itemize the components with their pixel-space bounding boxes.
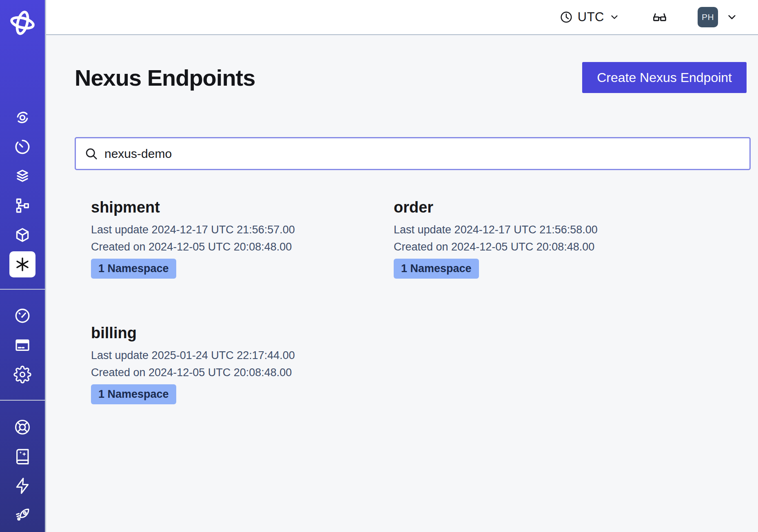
namespace-badge: 1 Namespace	[394, 259, 479, 279]
clock-icon	[559, 10, 573, 24]
search-box	[75, 137, 751, 170]
sidebar-nav-account	[9, 303, 35, 388]
sidebar-item-schedules[interactable]	[9, 134, 35, 160]
sidebar-item-settings[interactable]	[9, 361, 35, 388]
user-menu-toggle[interactable]	[725, 11, 738, 24]
content-area: Nexus Endpoints Create Nexus Endpoint sh…	[46, 35, 758, 532]
search-row	[75, 137, 751, 170]
endpoint-card[interactable]: order Last update 2024-12-17 UTC 21:56:5…	[394, 199, 598, 279]
timer-icon	[13, 138, 31, 156]
book-sparkle-icon	[13, 448, 31, 466]
endpoint-cards-grid: shipment Last update 2024-12-17 UTC 21:5…	[91, 199, 751, 404]
flowchart-icon	[13, 197, 31, 215]
spiral-icon	[13, 109, 31, 126]
endpoint-name: order	[394, 199, 598, 216]
sidebar-nav-primary	[9, 104, 35, 277]
timezone-label: UTC	[578, 10, 604, 24]
asterisk-icon	[13, 255, 31, 273]
sidebar-item-billing[interactable]	[9, 332, 35, 358]
lightning-icon	[13, 477, 31, 495]
page-header: Nexus Endpoints Create Nexus Endpoint	[75, 62, 751, 93]
sidebar-item-nexus[interactable]	[9, 251, 35, 277]
endpoint-created-on: Created on 2024-12-05 UTC 20:08:48.00	[394, 240, 598, 254]
sidebar-item-services[interactable]	[9, 222, 35, 248]
endpoint-last-update: Last update 2024-12-17 UTC 21:56:58.00	[394, 223, 598, 237]
sidebar-item-deployments[interactable]	[9, 193, 35, 219]
endpoint-name: shipment	[91, 199, 394, 216]
temporal-logo-icon	[9, 9, 36, 37]
sidebar-item-support[interactable]	[9, 414, 35, 440]
sidebar-divider	[0, 400, 46, 401]
endpoint-name: billing	[91, 324, 394, 342]
sidebar-item-docs[interactable]	[9, 443, 35, 470]
labs-toggle[interactable]	[652, 9, 667, 25]
sidebar	[0, 0, 46, 532]
credit-card-icon	[13, 336, 31, 354]
create-nexus-endpoint-button[interactable]: Create Nexus Endpoint	[582, 62, 747, 93]
sidebar-item-batch-operations[interactable]	[9, 163, 35, 189]
sidebar-nav-help	[9, 414, 35, 528]
endpoint-card[interactable]: shipment Last update 2024-12-17 UTC 21:5…	[91, 199, 394, 279]
gauge-icon	[13, 307, 31, 325]
user-initials: PH	[702, 12, 714, 22]
namespace-badge: 1 Namespace	[91, 384, 176, 404]
chevron-down-icon	[609, 11, 620, 23]
layers-icon	[13, 167, 31, 185]
main-column: UTC PH Nexus Endpoints Create Nexus	[46, 0, 758, 532]
lifebuoy-icon	[13, 418, 31, 436]
search-input[interactable]	[104, 147, 741, 161]
rocket-icon	[13, 506, 31, 524]
sidebar-item-workflows[interactable]	[9, 104, 35, 131]
sidebar-item-feedback[interactable]	[9, 473, 35, 499]
page-title: Nexus Endpoints	[75, 64, 255, 91]
endpoint-last-update: Last update 2025-01-24 UTC 22:17:44.00	[91, 348, 394, 362]
endpoint-created-on: Created on 2024-12-05 UTC 20:08:48.00	[91, 240, 394, 254]
sidebar-item-getting-started[interactable]	[9, 502, 35, 528]
topbar: UTC PH	[46, 0, 758, 35]
cube-icon	[13, 226, 31, 244]
search-icon	[84, 146, 99, 161]
chevron-down-icon	[725, 11, 738, 24]
user-avatar[interactable]: PH	[698, 7, 718, 27]
endpoint-last-update: Last update 2024-12-17 UTC 21:56:57.00	[91, 223, 394, 237]
glasses-icon	[652, 9, 667, 25]
gear-icon	[13, 366, 31, 383]
sidebar-divider	[0, 289, 46, 290]
endpoint-created-on: Created on 2024-12-05 UTC 20:08:48.00	[91, 366, 394, 379]
timezone-selector[interactable]: UTC	[559, 10, 620, 24]
namespace-badge: 1 Namespace	[91, 259, 176, 279]
sidebar-item-usage[interactable]	[9, 303, 35, 329]
temporal-logo[interactable]	[8, 8, 37, 38]
endpoint-card[interactable]: billing Last update 2025-01-24 UTC 22:17…	[91, 324, 394, 404]
